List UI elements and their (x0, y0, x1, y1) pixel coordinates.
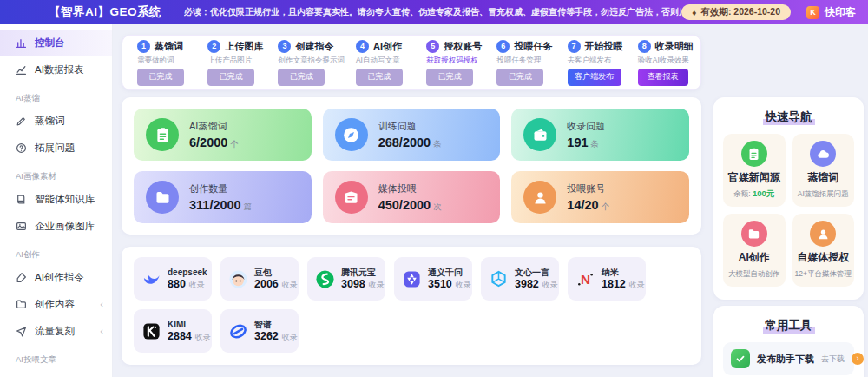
step-number: 6 (496, 40, 510, 53)
stat-label: 收录问题 (567, 120, 605, 133)
stat-label: 创作数量 (189, 182, 252, 195)
sidebar-item-ai-create-command[interactable]: AI创作指令 (0, 264, 112, 291)
sidebar-item-console[interactable]: 控制台 (0, 30, 112, 56)
sidebar-item-distill-word[interactable]: 蒸馏词 (0, 108, 112, 135)
kuaiyinke-logo-icon: K (806, 6, 819, 19)
kimi-logo (141, 321, 161, 341)
platform-name: deepseek (168, 267, 207, 278)
step-title: 授权账号 (444, 40, 482, 53)
stat-tile[interactable]: 训练问题 268/2000条 (323, 109, 501, 161)
tool-item[interactable]: 发布助手下载 去下载 › (723, 342, 854, 375)
step-number: 3 (278, 40, 291, 53)
sidebar-item-agent-knowledge[interactable]: 智能体知识库 (0, 186, 112, 213)
step-action-button[interactable]: 已完成 (278, 69, 325, 86)
news-icon (741, 141, 767, 167)
step-action-button[interactable]: 已完成 (356, 69, 403, 86)
platform-count-suffix: 收录 (189, 281, 205, 289)
step-description: 需要做的词 (137, 56, 196, 66)
step-action-button[interactable]: 已完成 (137, 69, 184, 86)
platform-count-suffix: 收录 (542, 281, 558, 289)
doubao-logo (228, 269, 248, 289)
sidebar-item-enterprise-gallery[interactable]: 企业画像图库 (0, 213, 112, 240)
quick-nav-tile[interactable]: 蒸馏词 AI蒸馏拓展问题 (792, 134, 855, 207)
step-action-button[interactable]: 查看报表 (638, 69, 688, 86)
platform-count-suffix: 收录 (282, 281, 298, 289)
quick-nav-desc: 大模型自动创作 (728, 268, 780, 280)
quick-nav-desc: 余额: 100元 (733, 188, 774, 200)
cloud-icon (810, 141, 836, 167)
sidebar-item-official-media-b2b[interactable]: 官方媒体+B2B ‹ (0, 369, 112, 377)
step-number: 5 (426, 40, 439, 53)
chevron-left-icon: ‹ (100, 327, 103, 336)
gem-icon: ♦ (692, 8, 696, 17)
step-action-button[interactable]: 已完成 (207, 69, 254, 86)
workflow-step: 2 上传图库 上传产品图片 已完成 (196, 40, 266, 86)
quick-nav-tile[interactable]: 自媒体授权 12+平台媒体管理 (792, 214, 855, 287)
platform-tile[interactable]: 智谱 3262收录 (220, 309, 299, 353)
platform-name: 通义千问 (428, 267, 471, 278)
quick-nav-tile[interactable]: 官媒新闻源 余额: 100元 (723, 134, 786, 207)
step-title: 开始投喂 (585, 40, 623, 53)
step-title: 蒸馏词 (155, 40, 183, 53)
platform-tile[interactable]: 豆包 2006收录 (220, 257, 299, 301)
pen-icon (16, 272, 27, 283)
sidebar-item-label: AI数据报表 (35, 63, 84, 76)
nami-logo: N (575, 269, 595, 289)
platform-count-suffix: 收录 (369, 281, 385, 289)
sidebar-item-label: 拓展问题 (35, 142, 75, 155)
quick-nav-label: 官媒新闻源 (728, 170, 780, 185)
app-root: 【智界AI】GEO系统 必读：优化仅限正规行业，且内容要真实性。请勿夸大宣传、伪… (0, 0, 868, 377)
platform-name: KIMI (168, 319, 211, 330)
stat-value: 191条 (567, 136, 605, 150)
platform-name: 文心一言 (515, 267, 558, 278)
stat-tile[interactable]: 投喂账号 14/20个 (511, 171, 689, 223)
stat-tile[interactable]: AI蒸馏词 6/2000个 (134, 109, 312, 161)
sidebar-item-traffic-clone[interactable]: 流量复刻 ‹ (0, 318, 112, 345)
workflow-step: 8 收录明细 验收AI收录效果 查看报表 (627, 40, 697, 86)
sidebar-item-expand-question[interactable]: 拓展问题 (0, 135, 112, 162)
step-action-button[interactable]: 客户端发布 (568, 69, 621, 86)
platform-count: 2884收录 (168, 330, 211, 343)
stats-card: AI蒸馏词 6/2000个 训练问题 268/2000条 收录问题 191条 创… (122, 97, 701, 235)
qianwen-logo (402, 269, 422, 289)
folder-icon (16, 299, 27, 310)
sidebar-item-ai-report[interactable]: AI数据报表 (0, 56, 112, 83)
sidebar: 控制台 AI数据报表 AI蒸馏 蒸馏词 拓展问题 AI画像素材 智能体知识库 企… (0, 24, 113, 377)
go-arrow-icon[interactable]: › (852, 353, 864, 365)
platform-tile[interactable]: N 纳米 1812收录 (568, 257, 646, 301)
platform-count-suffix: 收录 (456, 281, 471, 289)
stat-unit: 条 (433, 139, 442, 149)
platform-tile[interactable]: 腾讯元宝 3098收录 (307, 257, 385, 301)
step-action-button[interactable]: 已完成 (496, 69, 543, 86)
platform-tile[interactable]: 通义千问 3510收录 (394, 257, 472, 301)
app-title: 【智界AI】GEO系统 (49, 4, 161, 20)
deepseek-logo (141, 269, 161, 289)
platform-name: 纳米 (602, 267, 645, 278)
tools-card: 常用工具 发布助手下载 去下载 › 授权账号 去授权 › (713, 306, 864, 377)
stat-tile[interactable]: 媒体投喂 450/2000次 (323, 171, 501, 223)
sidebar-item-create-content[interactable]: 创作内容 ‹ (0, 291, 112, 318)
tool-action-label: 去下载 (821, 354, 845, 365)
stat-tile[interactable]: 创作数量 311/2000篇 (134, 171, 312, 223)
brand: K 快印客 (806, 5, 856, 20)
step-description[interactable]: 获取授权码授权 (426, 56, 485, 66)
step-number: 1 (137, 40, 150, 53)
quick-nav-tile[interactable]: AI创作 大模型自动创作 (723, 214, 786, 287)
platform-count: 3510收录 (428, 278, 471, 291)
stat-unit: 个 (230, 139, 239, 149)
step-action-button[interactable]: 已完成 (426, 69, 473, 86)
stat-unit: 条 (591, 139, 600, 149)
platform-tile[interactable]: 文心一言 3982收录 (481, 257, 559, 301)
zhipu-logo (228, 321, 248, 341)
platform-tile[interactable]: KIMI 2884收录 (134, 309, 212, 353)
step-title: 创建指令 (295, 40, 333, 53)
platform-name: 豆包 (254, 267, 298, 278)
gallery-icon (16, 221, 27, 232)
quick-nav-card: 快速导航 官媒新闻源 余额: 100元 蒸馏词 AI蒸馏拓展问题 AI创作 大模… (713, 97, 864, 300)
stat-tile[interactable]: 收录问题 191条 (511, 109, 689, 161)
workflow-step: 5 授权账号 获取授权码授权 已完成 (415, 40, 485, 86)
platform-count-suffix: 收录 (629, 281, 645, 289)
platform-count-suffix: 收录 (195, 333, 211, 341)
platform-name: 智谱 (254, 319, 298, 330)
platform-tile[interactable]: deepseek 880收录 (134, 257, 212, 301)
